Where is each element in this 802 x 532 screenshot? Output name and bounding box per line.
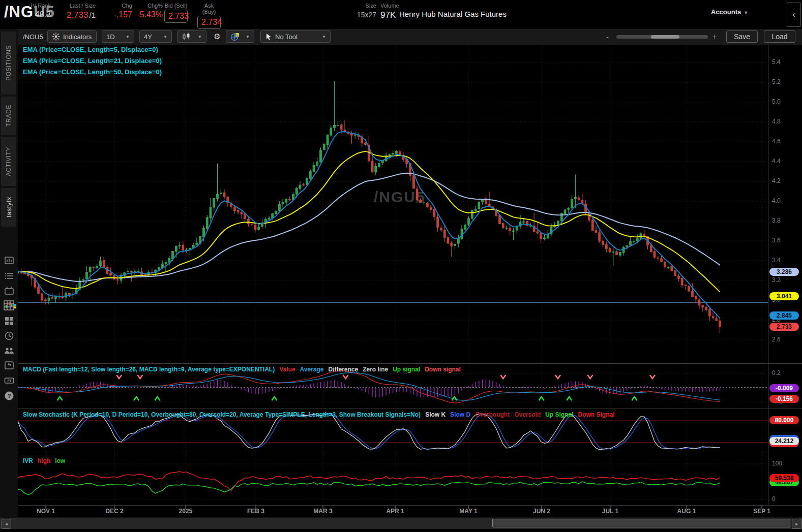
- down-signal-icon: [116, 375, 122, 379]
- up-signal-icon: [57, 397, 63, 400]
- ema50-legend[interactable]: EMA (Price=CLOSE, Length=50, Displace=0): [23, 68, 162, 76]
- legend-item[interactable]: Zero line: [363, 366, 388, 373]
- up-signal-icon: [452, 397, 457, 400]
- sidebar-tab-tastyfx[interactable]: tastyfx: [1, 188, 16, 227]
- list-icon[interactable]: [4, 270, 15, 281]
- up-signal-icon: [134, 397, 139, 400]
- legend-item[interactable]: Up signal: [393, 366, 420, 373]
- tab-label: ACTIVITY: [5, 147, 12, 176]
- stat-label: Chg%: [136, 3, 163, 9]
- chevron-down-icon: ▼: [198, 35, 202, 39]
- chart-icon-active[interactable]: [4, 300, 15, 312]
- last-size: /1: [89, 11, 96, 19]
- arrow-right-icon: ▸: [795, 521, 798, 526]
- ema50-line: [18, 173, 720, 281]
- legend-item[interactable]: Oversold: [514, 411, 541, 418]
- people-icon[interactable]: [4, 345, 15, 356]
- range-dropdown[interactable]: 4Y ▼: [139, 30, 172, 43]
- stat-label: IV Rank: [20, 3, 51, 9]
- slow-k-line: [18, 414, 720, 450]
- legend-item[interactable]: Down signal: [425, 366, 461, 373]
- scroll-right-button[interactable]: ▸: [792, 519, 801, 529]
- load-button[interactable]: Load: [764, 30, 795, 43]
- legend-item[interactable]: Overbought: [475, 411, 510, 418]
- legend-item[interactable]: Value: [279, 366, 295, 373]
- help-icon[interactable]: ?: [4, 390, 15, 401]
- price-chart[interactable]: [18, 45, 802, 517]
- scrollbar-thumb[interactable]: [492, 519, 790, 527]
- legend-item[interactable]: Slow D: [450, 411, 470, 418]
- macd-legend[interactable]: MACD (Fast length=12, Slow length=26, MA…: [23, 366, 461, 373]
- legend-item[interactable]: Up Signal: [545, 411, 573, 418]
- history-icon[interactable]: [4, 330, 15, 341]
- fx-icon[interactable]: FI: [4, 375, 15, 386]
- collapse-panel-button[interactable]: ‹: [787, 3, 801, 27]
- up-signal-icon: [155, 397, 160, 400]
- zoom-slider-thumb[interactable]: [651, 35, 679, 39]
- timeframe-value: 1D: [106, 33, 115, 41]
- tv-icon[interactable]: [4, 285, 15, 296]
- stochastic-legend-title: Slow Stochastic (K Period=10, D Period=1…: [23, 411, 421, 418]
- ivr-legend-title: IVR: [23, 457, 33, 464]
- ema21-line: [18, 151, 720, 292]
- legend-item[interactable]: Slow K: [425, 411, 445, 418]
- chevron-down-icon: ▼: [744, 10, 748, 15]
- last-price: 2.733: [67, 10, 88, 20]
- crosshair-dropdown[interactable]: ▼: [226, 30, 254, 43]
- journal-icon[interactable]: [4, 360, 15, 371]
- scroll-left-button[interactable]: ◂: [2, 519, 11, 529]
- sidebar-tab-trade[interactable]: TRADE: [1, 97, 16, 135]
- tab-label: TRADE: [5, 105, 12, 127]
- sidebar-tab-activity[interactable]: ACTIVITY: [1, 137, 16, 186]
- chart-style-dropdown[interactable]: ▼: [177, 30, 206, 43]
- chevron-down-icon: ▼: [163, 35, 167, 39]
- legend-item[interactable]: Difference: [328, 366, 358, 373]
- trading-platform: /NGU5 IV Rank 48.3 Last / Size 2.733/1 C…: [0, 0, 802, 532]
- chevron-left-icon: ‹: [792, 10, 795, 19]
- down-signal-icon: [137, 375, 142, 379]
- legend-item[interactable]: Average: [300, 366, 324, 373]
- horizontal-scrollbar[interactable]: ◂ ▸: [0, 517, 802, 529]
- chevron-down-icon: ▼: [246, 35, 250, 39]
- volume-stat: Volume 97K: [380, 3, 395, 20]
- watchlist-icon[interactable]: [4, 255, 15, 266]
- legend-item[interactable]: high: [38, 457, 50, 464]
- timeframe-dropdown[interactable]: 1D ▼: [102, 30, 134, 43]
- ema5-legend[interactable]: EMA (Price=CLOSE, Length=5, Displace=0): [23, 46, 158, 53]
- range-value: 4Y: [144, 33, 152, 41]
- ema21-legend[interactable]: EMA (Price=CLOSE, Length=21, Displace=0): [23, 57, 162, 65]
- zoom-out-button[interactable]: -: [606, 33, 609, 41]
- down-signal-icon: [587, 375, 592, 379]
- accounts-label: Accounts: [711, 8, 741, 16]
- ask-button[interactable]: Ask (Buy) 2.734: [197, 3, 221, 29]
- save-button[interactable]: Save: [726, 30, 758, 43]
- change-pct-stat: Chg% -5.43%: [136, 3, 163, 19]
- up-signal-icon: [272, 397, 277, 400]
- stat-label: Size: [355, 3, 376, 9]
- bid-button[interactable]: Bid (Sell) 2.733: [164, 3, 188, 23]
- cursor-icon: [265, 33, 272, 41]
- drawing-tool-dropdown[interactable]: No Tool ▼: [260, 30, 331, 43]
- legend-item[interactable]: Down Signal: [578, 411, 615, 418]
- chart-settings-button[interactable]: ⚙: [211, 30, 224, 43]
- bid-price[interactable]: 2.733: [164, 10, 188, 23]
- stat-label: Last / Size: [55, 3, 96, 9]
- indicators-button[interactable]: Indicators: [47, 30, 97, 43]
- stat-label: Volume: [380, 3, 395, 9]
- sidebar-tab-positions[interactable]: POSITIONS: [1, 32, 16, 95]
- ask-price[interactable]: 2.734: [197, 16, 221, 29]
- zoom-in-button[interactable]: +: [712, 33, 717, 41]
- grid-icon[interactable]: [4, 316, 15, 327]
- chart-area[interactable]: /NGU5 EMA (Price=CLOSE, Length=5, Displa…: [18, 45, 802, 517]
- legend-item[interactable]: low: [55, 457, 65, 464]
- stat-value: 97K: [380, 10, 396, 20]
- ivr-legend[interactable]: IVRhighlow: [23, 457, 65, 464]
- svg-text:?: ?: [8, 393, 11, 399]
- macd-histogram: [18, 380, 720, 397]
- tool-name: No Tool: [275, 33, 298, 41]
- down-signal-icon: [650, 375, 655, 379]
- accounts-menu[interactable]: Accounts▼: [711, 8, 748, 16]
- stat-value: -5.43%: [137, 10, 163, 19]
- stochastic-legend[interactable]: Slow Stochastic (K Period=10, D Period=1…: [23, 411, 615, 418]
- zoom-slider[interactable]: [616, 35, 708, 39]
